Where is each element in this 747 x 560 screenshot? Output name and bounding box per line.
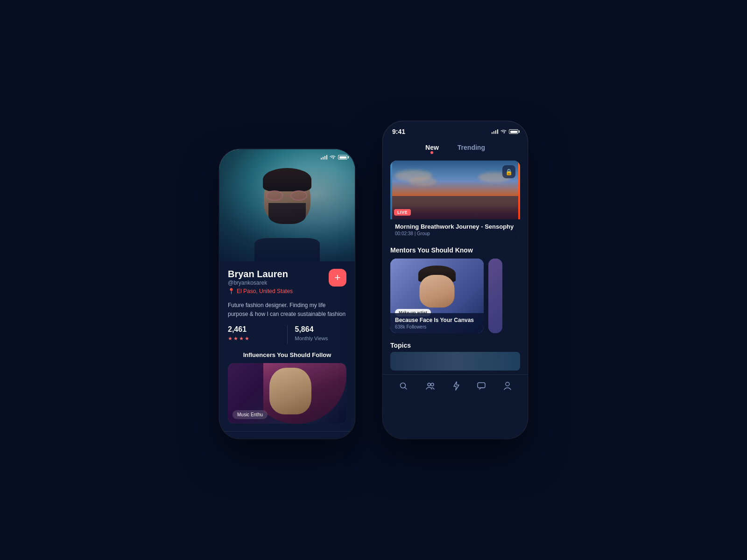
bar3 [495, 130, 497, 134]
flash-nav-icon[interactable] [281, 437, 295, 439]
star-rating: ★ ★ ★ ★ [228, 336, 280, 342]
time-display: 9:41 [392, 128, 405, 135]
profile-nav-2[interactable] [500, 380, 515, 394]
water-surface [390, 196, 520, 219]
bar4 [497, 129, 499, 134]
topics-section: Topics [383, 338, 528, 374]
search-nav-2[interactable] [395, 380, 411, 394]
phone-2-discovery: 9:41 New [383, 121, 528, 439]
mentor-card-partial [488, 259, 502, 333]
mentor-name: Because Face Is Your Canvas [395, 317, 479, 323]
people-nav-icon[interactable] [256, 438, 273, 439]
mentor-info: Because Face Is Your Canvas 638k Followe… [390, 313, 484, 333]
mentor-card[interactable]: Make-up artist Because Face Is Your Canv… [390, 259, 484, 333]
influencers-title: Influencers You Should Follow [228, 351, 346, 358]
signal-bar-1 [321, 158, 322, 160]
location-pin-icon: 📍 [228, 288, 235, 294]
bar1 [492, 132, 493, 134]
battery-icon [338, 155, 347, 160]
wifi-icon-2 [500, 129, 507, 134]
mentor-card-wrapper: Make-up artist Because Face Is Your Canv… [390, 259, 484, 333]
views-stat: 5,864 Monthly Views [295, 325, 347, 341]
add-button[interactable]: + [329, 269, 346, 287]
views-label: Monthly Views [295, 336, 347, 341]
svg-rect-10 [478, 383, 485, 388]
star-3: ★ [239, 336, 244, 342]
chat-nav-2[interactable] [473, 380, 489, 394]
wifi-icon [330, 155, 336, 160]
photo-overlay [219, 149, 355, 261]
tab-new[interactable]: New [425, 144, 439, 154]
bottom-nav-2 [383, 374, 528, 399]
profile-stats: 2,461 ★ ★ ★ ★ 5,864 Monthly Views [228, 325, 346, 344]
profile-bio: Future fashion designer. Finding my life… [228, 301, 346, 319]
signal-bars-2 [492, 129, 499, 134]
tab-trending[interactable]: Trending [458, 144, 485, 154]
svg-point-8 [428, 383, 430, 386]
live-card-image: LIVE 🔒 [390, 161, 520, 219]
topics-title: Topics [390, 342, 520, 349]
signal-bar-3 [324, 156, 326, 160]
profile-photo [219, 149, 355, 261]
live-card-info: Morning Breathwork Journey - Sensophy 00… [390, 219, 520, 240]
battery-icon-2 [509, 129, 518, 134]
live-badge: LIVE [394, 209, 411, 216]
profile-location: 📍 El Paso, United States [228, 288, 293, 294]
bottom-nav-1 [219, 431, 355, 439]
stat-divider [287, 325, 288, 344]
svg-point-11 [506, 382, 509, 386]
signal-bar-2 [323, 157, 324, 160]
right-accent [518, 161, 520, 219]
profile-details: Bryan Lauren @bryankosarek 📍 El Paso, Un… [228, 269, 293, 299]
views-count: 5,864 [295, 325, 347, 334]
follower-count: 2,461 [228, 325, 280, 334]
mentors-row: Make-up artist Because Face Is Your Canv… [390, 259, 520, 333]
chat-nav-icon[interactable] [303, 438, 319, 439]
search-nav-icon[interactable] [231, 438, 247, 439]
tab-indicator [430, 151, 433, 154]
profile-username: @bryankosarek [228, 280, 293, 286]
signal-bar-4 [326, 155, 328, 160]
profile-info: Bryan Lauren @bryankosarek 📍 El Paso, Un… [219, 261, 355, 431]
battery-fill [339, 156, 346, 159]
svg-line-7 [405, 387, 407, 389]
bar2 [493, 131, 495, 134]
live-meta: 00:02:38 | Group [395, 231, 515, 236]
live-title: Morning Breathwork Journey - Sensophy [395, 223, 515, 230]
battery-fill-2 [510, 131, 517, 133]
mentor-followers: 638k Followers [395, 324, 479, 329]
influencer-card[interactable]: Music Enthu [228, 363, 346, 424]
phone2-status-bar: 9:41 [383, 121, 528, 139]
left-accent [390, 161, 392, 219]
influencer-badge: Music Enthu [233, 410, 268, 419]
phone-1-profile: Bryan Lauren @bryankosarek 📍 El Paso, Un… [219, 149, 355, 439]
star-1: ★ [228, 336, 233, 342]
signal-icon [321, 155, 328, 160]
status-icons-right [492, 129, 519, 134]
profile-name: Bryan Lauren [228, 269, 293, 280]
live-card[interactable]: LIVE 🔒 Morning Breathwork Journey - Sens… [390, 161, 520, 240]
svg-point-9 [431, 383, 434, 386]
tabs-row: New Trending [383, 139, 528, 156]
people-nav-2[interactable] [422, 380, 439, 394]
content-area: LIVE 🔒 Morning Breathwork Journey - Sens… [383, 156, 528, 338]
mentors-heading: Mentors You Should Know [390, 246, 520, 254]
name-row: Bryan Lauren @bryankosarek 📍 El Paso, Un… [228, 269, 346, 299]
flash-nav-2[interactable] [449, 379, 463, 395]
status-icons [321, 155, 348, 160]
lock-icon: 🔒 [502, 165, 515, 178]
star-4: ★ [245, 336, 249, 342]
follower-stat: 2,461 ★ ★ ★ ★ [228, 325, 280, 342]
profile-nav-icon[interactable] [328, 438, 343, 439]
star-2: ★ [233, 336, 238, 342]
status-bar-1 [219, 155, 355, 160]
